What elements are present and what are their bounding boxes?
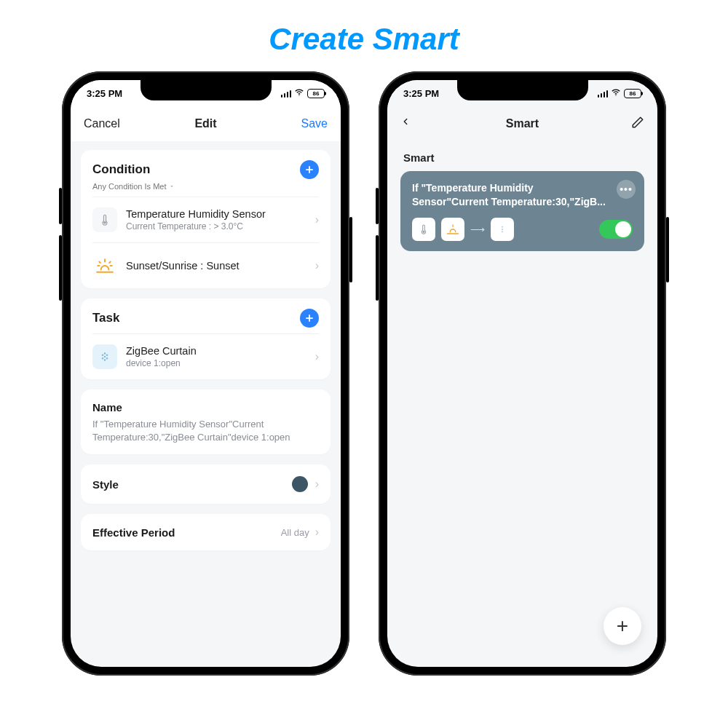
- page-title: Create Smart: [0, 0, 728, 71]
- chevron-right-icon: ›: [315, 478, 319, 491]
- svg-point-8: [104, 353, 106, 355]
- svg-point-1: [104, 222, 106, 223]
- condition-row-sun[interactable]: Sunset/Sunrise : Sunset ›: [92, 242, 319, 288]
- chevron-right-icon: ›: [315, 259, 319, 272]
- add-condition-button[interactable]: [300, 160, 319, 179]
- svg-point-9: [104, 356, 106, 357]
- status-time: 3:25 PM: [87, 88, 122, 99]
- status-time: 3:25 PM: [403, 88, 439, 99]
- save-button[interactable]: Save: [301, 117, 328, 130]
- navbar-edit: Cancel Edit Save: [71, 106, 341, 141]
- task-card: Task ZigBee Curtain device 1:open: [81, 298, 331, 379]
- svg-point-12: [102, 358, 103, 360]
- style-label: Style: [92, 478, 119, 491]
- svg-point-20: [502, 229, 502, 229]
- period-value: All day: [281, 527, 309, 538]
- svg-point-0: [298, 95, 299, 95]
- svg-point-14: [106, 358, 108, 360]
- condition-row-sub: Current Temperature : > 3.0°C: [126, 221, 306, 232]
- signal-icon: [281, 90, 292, 98]
- task-heading: Task: [92, 311, 120, 325]
- battery-icon: 86: [624, 89, 641, 98]
- svg-point-21: [502, 231, 502, 232]
- svg-point-19: [502, 226, 502, 227]
- period-label: Effective Period: [92, 526, 175, 539]
- svg-point-16: [423, 231, 424, 232]
- task-row-curtain[interactable]: ZigBee Curtain device 1:open ›: [92, 333, 319, 379]
- nav-title: Edit: [194, 117, 216, 130]
- smart-automation-card[interactable]: ••• If "Temperature Humidity Sensor"Curr…: [400, 171, 644, 251]
- period-card[interactable]: Effective Period All day ›: [81, 514, 331, 550]
- chevron-right-icon: ›: [315, 526, 319, 539]
- nav-title: Smart: [506, 117, 539, 130]
- back-button[interactable]: [400, 114, 411, 133]
- smart-card-title: If "Temperature Humidity Sensor"Current …: [412, 181, 633, 209]
- more-button[interactable]: •••: [617, 180, 636, 199]
- svg-point-11: [102, 355, 103, 356]
- condition-row-title: Sunset/Sunrise : Sunset: [126, 260, 306, 272]
- name-label: Name: [92, 401, 122, 414]
- thermometer-icon: [92, 207, 117, 232]
- add-automation-button[interactable]: +: [604, 607, 641, 645]
- edit-button[interactable]: [631, 116, 644, 132]
- condition-card: Condition Any Condition Is Met: [81, 150, 331, 288]
- thermometer-icon: [412, 218, 435, 241]
- curtain-icon: [92, 344, 117, 369]
- arrow-icon: ⟶: [470, 223, 485, 235]
- svg-point-15: [615, 95, 616, 95]
- phone-left: 3:25 PM 86 Cancel Edit Save: [62, 71, 349, 676]
- style-swatch: [292, 476, 308, 492]
- cancel-button[interactable]: Cancel: [84, 117, 120, 130]
- wifi-icon: [611, 87, 621, 100]
- battery-icon: 86: [307, 89, 325, 98]
- condition-heading: Condition: [92, 162, 150, 177]
- automation-toggle[interactable]: [599, 220, 633, 239]
- svg-line-6: [109, 261, 111, 263]
- condition-mode[interactable]: Any Condition Is Met: [92, 182, 319, 197]
- svg-point-13: [106, 355, 108, 356]
- name-value: If "Temperature Humidity Sensor"Current …: [92, 418, 319, 454]
- signal-icon: [598, 90, 609, 98]
- condition-row-title: Temperature Humidity Sensor: [126, 208, 306, 220]
- style-card[interactable]: Style ›: [81, 464, 331, 504]
- wifi-icon: [294, 87, 304, 100]
- name-card[interactable]: Name If "Temperature Humidity Sensor"Cur…: [81, 389, 331, 454]
- svg-point-10: [104, 360, 106, 361]
- chevron-right-icon: ›: [315, 350, 319, 363]
- chevron-right-icon: ›: [315, 213, 319, 226]
- curtain-icon: [491, 218, 514, 241]
- section-smart-label: Smart: [387, 141, 657, 171]
- task-row-title: ZigBee Curtain: [126, 345, 306, 357]
- svg-line-5: [99, 261, 100, 263]
- sunset-icon: [441, 218, 464, 241]
- phone-right: 3:25 PM 86 Smart Smart: [379, 71, 666, 676]
- sunset-icon: [92, 253, 117, 278]
- condition-row-temp[interactable]: Temperature Humidity Sensor Current Temp…: [92, 197, 319, 242]
- task-row-sub: device 1:open: [126, 358, 306, 368]
- add-task-button[interactable]: [300, 309, 319, 328]
